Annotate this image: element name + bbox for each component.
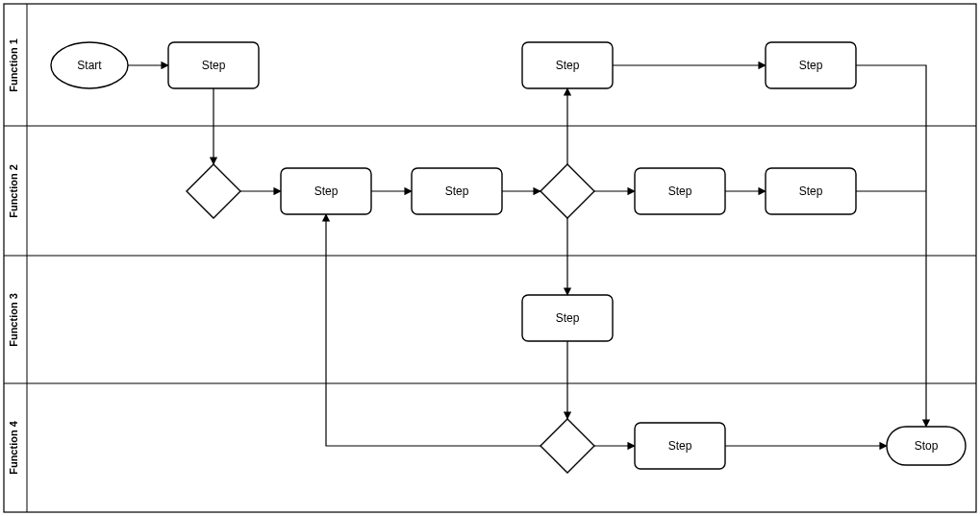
step8-node[interactable]: Step [522, 295, 613, 341]
lane-labels: Function 1 Function 2 Function 3 Functio… [8, 38, 19, 475]
step7-label: Step [799, 59, 823, 72]
svg-marker-16 [540, 419, 594, 473]
decision2-node[interactable] [540, 164, 594, 218]
step9-label: Step [668, 439, 692, 453]
nodes: Start Step Step Step Step [51, 42, 966, 473]
start-label: Start [77, 59, 102, 72]
step4-label: Step [668, 184, 692, 198]
step4-node[interactable]: Step [635, 168, 725, 214]
step3-label: Step [445, 184, 469, 198]
start-node[interactable]: Start [51, 42, 128, 88]
step2-node[interactable]: Step [281, 168, 371, 214]
step5-label: Step [799, 184, 823, 198]
decision3-node[interactable] [540, 419, 594, 473]
edge-dec3-step2 [326, 214, 540, 446]
decision1-node[interactable] [187, 164, 240, 218]
step6-label: Step [556, 59, 580, 72]
lane-label-4: Function 4 [8, 420, 19, 474]
step9-node[interactable]: Step [635, 423, 725, 469]
stop-node[interactable]: Stop [887, 427, 966, 465]
svg-marker-10 [540, 164, 594, 218]
lane-label-3: Function 3 [8, 293, 19, 347]
step8-label: Step [556, 311, 580, 325]
step6-node[interactable]: Step [522, 42, 613, 88]
stop-label: Stop [915, 439, 939, 453]
step7-node[interactable]: Step [766, 42, 856, 88]
step2-label: Step [314, 184, 339, 198]
step1-label: Step [202, 59, 226, 72]
edge-step7-stop [856, 65, 926, 427]
flowchart-svg: Function 1 Function 2 Function 3 Functio… [0, 0, 980, 516]
lane-label-1: Function 1 [8, 38, 19, 92]
step1-node[interactable]: Step [168, 42, 259, 88]
flowchart-canvas: Function 1 Function 2 Function 3 Functio… [0, 0, 980, 516]
step5-node[interactable]: Step [766, 168, 856, 214]
svg-marker-7 [187, 164, 240, 218]
step3-node[interactable]: Step [412, 168, 502, 214]
lane-label-2: Function 2 [8, 164, 19, 218]
